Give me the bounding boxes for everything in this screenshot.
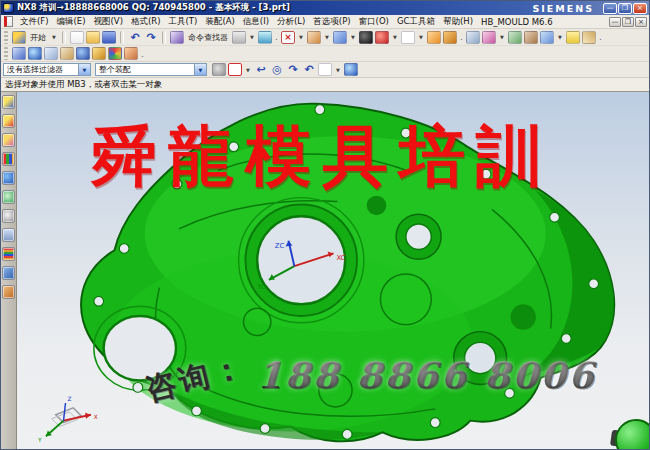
- menu-analysis[interactable]: 分析(L): [273, 16, 309, 28]
- assembly-navigator-icon[interactable]: [2, 95, 15, 109]
- menu-preferences[interactable]: 首选项(P): [309, 16, 354, 28]
- start-dropdown-icon[interactable]: ▼: [50, 31, 58, 44]
- undo-icon[interactable]: ↶: [128, 31, 142, 44]
- dot-separator: .: [459, 31, 464, 44]
- link-icon[interactable]: [60, 47, 74, 60]
- orient-dropdown-icon[interactable]: ▼: [391, 31, 399, 44]
- measure-icon[interactable]: [566, 31, 580, 44]
- menu-view[interactable]: 视图(V): [90, 16, 127, 28]
- child-minimize-button[interactable]: —: [609, 17, 621, 27]
- lasso-down-icon[interactable]: ↶: [302, 63, 316, 76]
- layout-window-icon[interactable]: [12, 47, 26, 60]
- process-studio-icon[interactable]: [2, 228, 15, 242]
- previous-selection-icon[interactable]: ↩: [254, 63, 268, 76]
- menu-tools[interactable]: 工具(T): [165, 16, 202, 28]
- touch-mode-icon[interactable]: [232, 31, 246, 44]
- display-dropdown-icon[interactable]: ▼: [349, 31, 357, 44]
- selection-scope-combo[interactable]: 整个装配 ▼: [95, 63, 207, 76]
- highlight-faces-icon[interactable]: ◎: [270, 63, 284, 76]
- restore-button[interactable]: ❐: [618, 3, 632, 14]
- prompt-text: 选择对象并使用 MB3，或者双击某一对象: [5, 79, 162, 91]
- copy-display-icon[interactable]: [44, 47, 58, 60]
- filter-dropdown-icon[interactable]: ▼: [244, 63, 252, 76]
- selection-filter-icon[interactable]: [228, 63, 242, 76]
- sketch-curve-icon[interactable]: [443, 31, 457, 44]
- pencil-dropdown-icon[interactable]: ▼: [323, 31, 331, 44]
- visualization-cube-icon[interactable]: [108, 47, 122, 60]
- touch-mode-dropdown-icon[interactable]: ▼: [248, 31, 256, 44]
- minimize-button[interactable]: —: [603, 3, 617, 14]
- close-dropdown-icon[interactable]: ▼: [297, 31, 305, 44]
- datum-plane-icon[interactable]: [524, 31, 538, 44]
- absolute-triad: X Y Z: [37, 396, 98, 443]
- clock-icon[interactable]: [2, 209, 15, 223]
- close-window-icon[interactable]: ×: [281, 31, 295, 44]
- part-navigator-icon[interactable]: [2, 133, 15, 147]
- menu-file[interactable]: 文件(F): [16, 16, 53, 28]
- menu-format[interactable]: 格式(R): [127, 16, 165, 28]
- menu-edit[interactable]: 编辑(E): [53, 16, 90, 28]
- palette-icon[interactable]: [2, 247, 15, 261]
- roles-icon[interactable]: [2, 285, 15, 299]
- history-icon[interactable]: [2, 190, 15, 204]
- combo-dropdown-icon[interactable]: ▼: [194, 64, 206, 75]
- reuse-library-icon[interactable]: [2, 152, 15, 166]
- analysis-chart-icon[interactable]: [2, 266, 15, 280]
- ruler-icon[interactable]: [582, 31, 596, 44]
- child-restore-button[interactable]: ❐: [622, 17, 634, 27]
- toolbar-handle: [4, 31, 8, 44]
- orient-view-icon[interactable]: [375, 31, 389, 44]
- open-file-icon[interactable]: [86, 31, 100, 44]
- selection-filter-combo[interactable]: 没有选择过滤器 ▼: [3, 63, 91, 76]
- menu-window[interactable]: 窗口(O): [355, 16, 393, 28]
- child-close-button[interactable]: ×: [635, 17, 647, 27]
- constraint-icon[interactable]: [482, 31, 496, 44]
- user-group-icon[interactable]: [124, 47, 138, 60]
- datum-csys-icon[interactable]: [508, 31, 522, 44]
- rotate-view-icon[interactable]: [359, 31, 373, 44]
- new-file-icon[interactable]: [70, 31, 84, 44]
- view-toolbar: .: [1, 46, 649, 62]
- constraint-navigator-icon[interactable]: [2, 114, 15, 128]
- contact-number: 188 8866 8006: [257, 354, 597, 396]
- fit-view-icon[interactable]: [401, 31, 415, 44]
- menu-gc-toolbox[interactable]: GC工具箱: [393, 16, 439, 28]
- web-browser-icon[interactable]: [2, 171, 15, 185]
- combo-dropdown-icon[interactable]: ▼: [78, 64, 90, 75]
- customize-dialog-icon[interactable]: [76, 47, 90, 60]
- show-hide-icon[interactable]: [540, 31, 554, 44]
- lasso-up-icon[interactable]: ↷: [286, 63, 300, 76]
- save-icon[interactable]: [102, 31, 116, 44]
- show-hide-dropdown-icon[interactable]: ▼: [556, 31, 564, 44]
- triad-z-label: Z: [67, 396, 71, 402]
- menu-bar: 文件(F)编辑(E)视图(V)格式(R)工具(T)装配(A)信息(I)分析(L)…: [1, 15, 649, 29]
- graphics-viewport[interactable]: XC YC ZC X Y Z: [17, 92, 649, 449]
- menu-help[interactable]: 帮助(H): [439, 16, 477, 28]
- sketch-icon[interactable]: [427, 31, 441, 44]
- redo-icon[interactable]: ↷: [144, 31, 158, 44]
- selection-ball-icon[interactable]: [258, 31, 272, 44]
- dot-separator: .: [274, 31, 279, 44]
- isometric-cube-icon[interactable]: [466, 31, 480, 44]
- snap-point-icon[interactable]: [212, 63, 226, 76]
- resource-bar: [1, 92, 17, 449]
- close-button[interactable]: ×: [633, 3, 647, 14]
- pencil-edit-icon[interactable]: [307, 31, 321, 44]
- fit-dropdown-icon[interactable]: ▼: [417, 31, 425, 44]
- command-finder-icon[interactable]: [170, 31, 184, 44]
- display-cube-icon[interactable]: [333, 31, 347, 44]
- rectangle-select-icon[interactable]: [318, 63, 332, 76]
- start-icon[interactable]: [12, 31, 26, 44]
- menu-assemblies[interactable]: 装配(A): [201, 16, 238, 28]
- web-page-icon[interactable]: [28, 47, 42, 60]
- start-label[interactable]: 开始: [28, 31, 48, 44]
- macro-tools-icon[interactable]: [92, 47, 106, 60]
- constraint-dropdown-icon[interactable]: ▼: [498, 31, 506, 44]
- menu-information[interactable]: 信息(I): [239, 16, 273, 28]
- command-finder-label[interactable]: 命令查找器: [186, 31, 230, 44]
- rectangle-dropdown-icon[interactable]: ▼: [334, 63, 342, 76]
- menu-hb-mould[interactable]: HB_MOULD M6.6: [477, 17, 557, 27]
- sphere-select-icon[interactable]: [344, 63, 358, 76]
- selection-tools: ▼↩◎↷↶▼: [211, 63, 359, 76]
- main-area: XC YC ZC X Y Z: [1, 92, 649, 449]
